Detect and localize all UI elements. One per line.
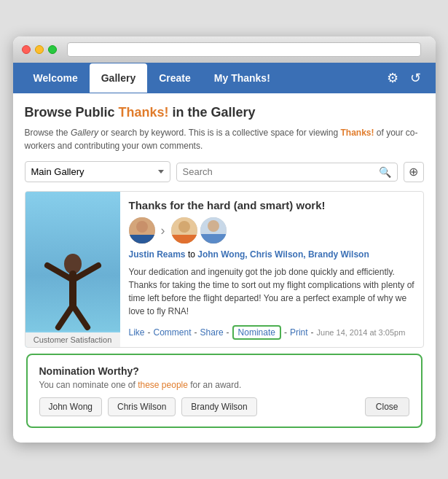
nomination-buttons: John Wong Chris Wilson Brandy Wilson Clo… <box>39 397 409 416</box>
svg-point-15 <box>208 220 219 232</box>
share-link[interactable]: Share <box>200 327 224 338</box>
svg-point-7 <box>136 221 148 233</box>
nominate-chris-wilson-button[interactable]: Chris Wilson <box>108 397 176 416</box>
post-image-container: Customer Satisfaction <box>25 192 120 347</box>
svg-line-4 <box>58 305 73 327</box>
to-avatar-2 <box>200 217 227 244</box>
close-window-button[interactable] <box>22 45 31 54</box>
page-title-suffix: in the Gallery <box>169 105 256 120</box>
to-label: to <box>188 249 197 260</box>
page-title: Browse Public Thanks! in the Gallery <box>25 105 424 120</box>
nominate-brandy-wilson-button[interactable]: Brandy Wilson <box>181 397 256 416</box>
nominate-john-wong-button[interactable]: John Wong <box>39 397 103 416</box>
search-input[interactable] <box>183 166 379 177</box>
nomination-popup-desc: You can nominate one of these people for… <box>39 380 409 390</box>
from-avatar <box>129 217 155 244</box>
thanks-link: Thanks! <box>340 128 374 138</box>
post-card: Customer Satisfaction Thanks for the har… <box>25 191 424 348</box>
title-bar <box>13 36 436 63</box>
to-avatar-1 <box>171 217 197 244</box>
settings-icon[interactable]: ⚙ <box>381 63 404 93</box>
svg-rect-17 <box>200 234 227 244</box>
nomination-close-button[interactable]: Close <box>365 397 409 416</box>
image-caption: Customer Satisfaction <box>25 332 120 347</box>
maximize-window-button[interactable] <box>48 45 57 54</box>
comment-link[interactable]: Comment <box>154 327 192 338</box>
post-content: Thanks for the hard (and smart) work! › <box>129 192 423 347</box>
these-people-text: these people <box>138 380 188 390</box>
post-date: June 14, 2014 at 3:05pm <box>317 328 406 337</box>
to-persons-link[interactable]: John Wong, Chris Wilson, Brandy Wilson <box>197 249 369 260</box>
post-title: Thanks for the hard (and smart) work! <box>129 199 416 211</box>
arrow-icon: › <box>161 223 165 238</box>
gallery-select[interactable]: Main Gallery <box>25 161 170 182</box>
avatars-row: › <box>129 217 416 244</box>
post-actions: Like - Comment - Share - Nominate - Prin… <box>129 325 416 340</box>
separator-1: - <box>148 327 151 338</box>
gallery-link: Gallery <box>71 128 98 138</box>
svg-rect-9 <box>129 235 155 244</box>
nav-welcome[interactable]: Welcome <box>22 63 90 93</box>
nomination-popup-title: Nomination Worthy? <box>39 365 409 377</box>
zoom-button[interactable]: ⊕ <box>404 162 424 182</box>
post-body: Your dedication and ingenuity got the jo… <box>129 265 416 318</box>
nav-create[interactable]: Create <box>147 63 203 93</box>
person-silhouette <box>36 244 109 331</box>
toolbar-row: Main Gallery 🔍 ⊕ <box>25 161 424 182</box>
print-link[interactable]: Print <box>290 327 308 338</box>
separator-5: - <box>311 327 314 338</box>
page-title-prefix: Browse Public <box>25 105 119 120</box>
separator-4: - <box>284 327 287 338</box>
svg-point-11 <box>178 221 190 233</box>
url-bar[interactable] <box>67 42 421 57</box>
refresh-icon[interactable]: ↺ <box>404 63 427 93</box>
nav-gallery[interactable]: Gallery <box>90 63 147 93</box>
svg-rect-13 <box>171 235 197 244</box>
like-link[interactable]: Like <box>129 327 145 338</box>
nomination-popup: Nomination Worthy? You can nominate one … <box>26 354 423 428</box>
separator-3: - <box>227 327 229 338</box>
nominate-button[interactable]: Nominate <box>232 325 281 340</box>
separator-2: - <box>194 327 197 338</box>
svg-line-5 <box>73 305 87 327</box>
page-description: Browse the Gallery or search by keyword.… <box>25 126 424 152</box>
person-links: Justin Reams to John Wong, Chris Wilson,… <box>129 249 416 260</box>
page-title-thanks: Thanks! <box>119 105 169 120</box>
from-person-link[interactable]: Justin Reams <box>129 249 186 260</box>
app-window: Welcome Gallery Create My Thanks! ⚙ ↺ Br… <box>13 36 436 443</box>
minimize-window-button[interactable] <box>35 45 44 54</box>
navbar: Welcome Gallery Create My Thanks! ⚙ ↺ <box>13 63 436 93</box>
nav-mythanks[interactable]: My Thanks! <box>203 63 282 93</box>
sky-bg <box>25 192 120 331</box>
search-icon: 🔍 <box>379 166 391 178</box>
search-box: 🔍 <box>176 163 398 182</box>
content-area: Browse Public Thanks! in the Gallery Bro… <box>13 93 436 443</box>
